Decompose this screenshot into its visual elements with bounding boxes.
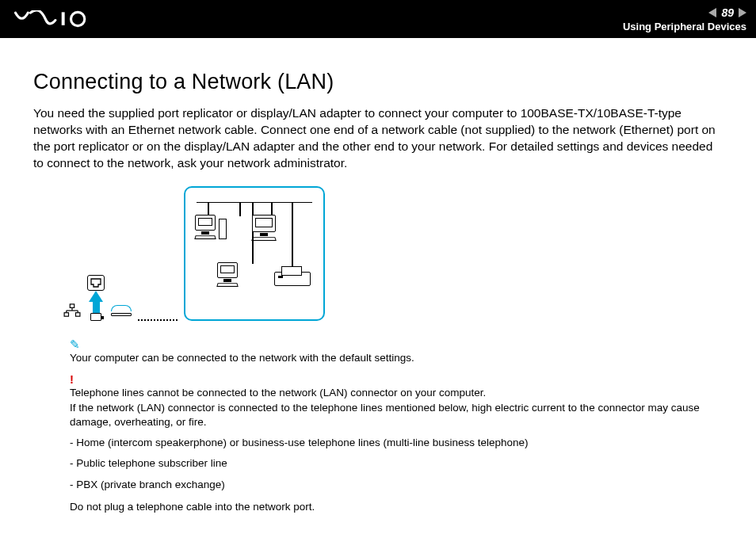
page-header: 89 Using Peripheral Devices (0, 0, 756, 38)
ethernet-port-icon (87, 275, 105, 291)
warning-bullet: - Home (intercom speakerphone) or busine… (70, 436, 723, 450)
note-icon: ✎ (70, 337, 723, 353)
page-title: Connecting to a Network (LAN) (33, 70, 723, 94)
cable-dotted-line (138, 319, 178, 321)
warning-bullet: - Public telephone subscriber line (70, 456, 723, 471)
arrow-up-icon (89, 291, 103, 313)
computer-icon (195, 215, 227, 239)
computer-icon (217, 262, 238, 287)
warning-line-2: If the network (LAN) connector is connec… (70, 401, 723, 429)
computer-icon (252, 215, 276, 241)
svg-rect-7 (64, 312, 68, 316)
warning-bullet: - PBX (private branch exchange) (70, 478, 723, 492)
cable-plug-icon (90, 313, 101, 321)
replicator-icon (111, 305, 132, 311)
lan-illustration (184, 186, 325, 321)
warning-line-1: Telephone lines cannot be connected to t… (70, 386, 723, 400)
next-page-icon[interactable] (739, 8, 746, 17)
network-diagram (63, 186, 723, 321)
note-text: Your computer can be connected to the ne… (70, 352, 414, 364)
warning-icon: ! (70, 372, 723, 387)
page-nav: 89 (708, 6, 746, 19)
page-number: 89 (721, 6, 734, 19)
svg-rect-8 (76, 312, 80, 316)
printer-icon (274, 267, 311, 289)
intro-paragraph: You need the supplied port replicator or… (33, 105, 723, 172)
vaio-logo (14, 10, 101, 28)
svg-point-1 (71, 12, 85, 25)
network-tree-icon (63, 303, 81, 321)
svg-rect-0 (62, 12, 65, 25)
page-content: Connecting to a Network (LAN) You need t… (0, 38, 756, 514)
warning-final: Do not plug a telephone cable into the n… (70, 500, 723, 514)
prev-page-icon[interactable] (708, 8, 716, 17)
section-name: Using Peripheral Devices (623, 21, 746, 32)
svg-rect-2 (70, 304, 74, 308)
